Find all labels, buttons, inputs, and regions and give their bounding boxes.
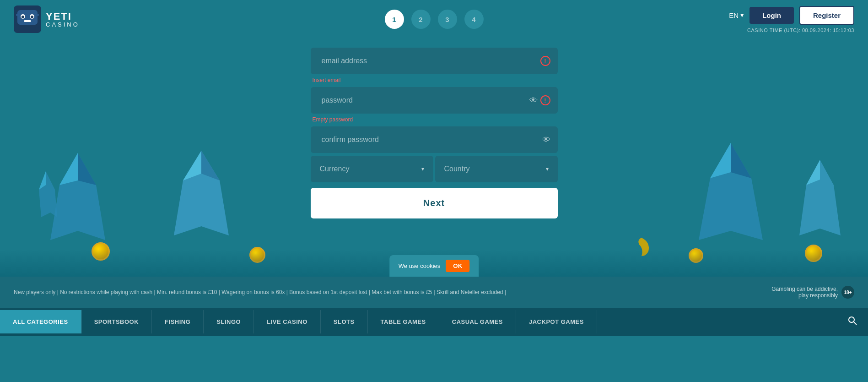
svg-rect-1 [17,10,38,25]
email-error-icon: ! [540,56,550,66]
coin-right-1 [689,248,703,263]
coin-far-right [805,245,822,262]
logo-sub: CASINO [46,22,80,27]
step-3[interactable]: 3 [438,10,457,29]
gambling-note-text: Gambling can be addictive,play responsib… [771,286,838,299]
chevron-down-icon: ▾ [740,11,744,19]
nav-item-sportsbook[interactable]: SPORTSBOOK [81,310,152,333]
svg-point-5 [31,16,33,18]
svg-marker-14 [174,151,229,235]
step-4[interactable]: 4 [464,10,484,29]
footer-disclaimer: New players only | No restrictions while… [0,277,868,308]
confirm-password-input[interactable] [311,126,558,153]
email-input[interactable] [311,48,558,74]
center-left-crystal [165,148,238,240]
password-error-text: Empty password [311,115,558,125]
svg-marker-18 [710,143,731,178]
nav-item-slots[interactable]: SLOTS [321,310,368,333]
password-field-icons: 👁 ! [529,95,550,105]
logo-name: YETI [46,11,80,22]
step-1[interactable]: 1 [385,10,404,29]
svg-line-23 [854,322,857,325]
svg-marker-11 [78,153,96,185]
svg-rect-7 [16,14,20,16]
svg-marker-19 [731,143,751,178]
nav-item-jackpot-games[interactable]: JACKPOT GAMES [516,310,597,333]
confirm-eye-icon[interactable]: 👁 [542,135,550,145]
email-field-wrapper: ! [311,48,558,74]
country-select[interactable]: Country ▾ [435,156,558,182]
currency-label: Currency [320,165,350,173]
currency-chevron-icon: ▾ [421,166,424,172]
email-field-icons: ! [540,56,550,66]
nav-item-live-casino[interactable]: LIVE CASINO [254,310,321,333]
svg-rect-6 [24,20,31,22]
logo-text: YETI CASINO [46,11,80,27]
far-right-crystal [790,158,850,240]
svg-marker-21 [806,160,820,185]
language-button[interactable]: EN ▾ [729,11,744,19]
password-error-icon: ! [540,95,550,105]
svg-marker-20 [799,160,841,235]
cookie-text: We use cookies [399,262,441,269]
svg-marker-9 [50,153,105,240]
steps-area: 1 2 3 4 [385,10,484,29]
country-chevron-icon: ▾ [546,166,549,172]
logo-area: YETI CASINO [14,5,80,33]
age-badge: 18+ [841,286,854,299]
email-error-text: Insert email [311,76,558,85]
svg-point-4 [22,16,24,18]
banana-icon [630,235,653,258]
main-content: ! Insert email 👁 ! Empty password 👁 Curr… [0,38,868,277]
nav-item-casual-games[interactable]: CASUAL GAMES [439,310,516,333]
password-eye-icon[interactable]: 👁 [529,96,538,105]
svg-marker-10 [59,153,78,185]
svg-point-22 [849,317,854,322]
confirm-field-icons: 👁 [542,135,550,145]
header-buttons: EN ▾ Login Register [729,6,854,25]
login-button[interactable]: Login [749,7,794,24]
bottom-nav: ALL CATEGORIES SPORTSBOOK FISHING SLINGO… [0,308,868,336]
svg-marker-13 [39,171,46,190]
register-button[interactable]: Register [799,6,854,25]
country-label: Country [444,165,470,173]
lang-label: EN [729,11,739,19]
confirm-password-wrapper: 👁 [311,126,558,153]
registration-form: ! Insert email 👁 ! Empty password 👁 Curr… [311,48,558,218]
yeti-logo-icon [14,5,41,33]
svg-marker-15 [183,151,201,180]
svg-marker-16 [201,151,220,180]
left-crystal-group [37,148,119,249]
password-field-wrapper: 👁 ! [311,87,558,114]
selects-row: Currency ▾ Country ▾ [311,156,558,182]
password-input[interactable] [311,87,558,114]
header-right: EN ▾ Login Register CASINO TIME (UTC): 0… [729,6,854,33]
currency-select[interactable]: Currency ▾ [311,156,433,182]
cookie-ok-button[interactable]: OK [446,260,469,272]
coin-left [92,242,110,261]
svg-marker-12 [39,171,57,217]
gambling-note: Gambling can be addictive,play responsib… [771,286,854,299]
casino-time: CASINO TIME (UTC): 08.09.2024: 15:12:03 [747,27,854,33]
next-button[interactable]: Next [311,188,558,218]
header: YETI CASINO 1 2 3 4 EN ▾ Login Register … [0,0,868,38]
coin-center [249,247,265,263]
nav-item-all-categories[interactable]: ALL CATEGORIES [0,310,81,333]
nav-item-fishing[interactable]: FISHING [152,310,204,333]
svg-marker-17 [699,143,763,240]
disclaimer-text: New players only | No restrictions while… [14,289,506,295]
cookie-banner: We use cookies OK [389,255,479,277]
nav-item-slingo[interactable]: SLINGO [204,310,254,333]
step-2[interactable]: 2 [411,10,431,29]
search-icon[interactable] [837,308,868,336]
right-crystal-group [685,139,776,249]
svg-rect-8 [35,14,39,16]
nav-item-table-games[interactable]: TABLE GAMES [368,310,439,333]
